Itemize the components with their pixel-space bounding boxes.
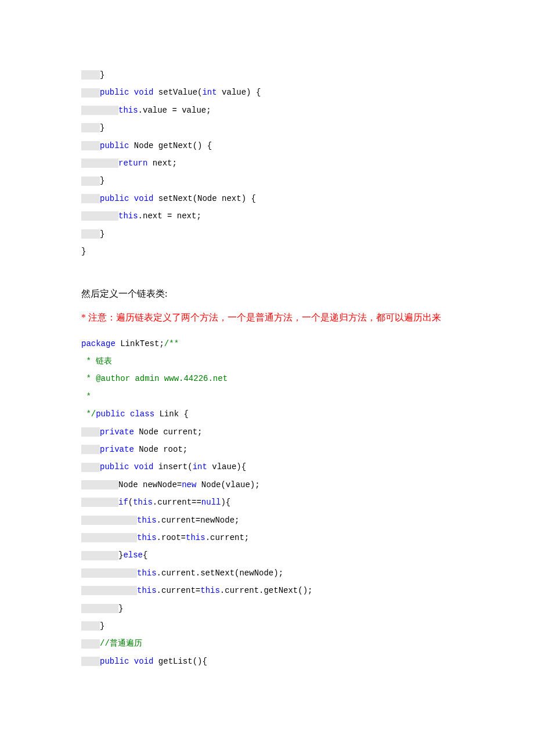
code-text: } xyxy=(100,229,104,239)
keyword: null xyxy=(201,498,221,507)
code-text: .current== xyxy=(153,498,201,507)
comment: admin www.44226.net xyxy=(130,374,228,383)
code-text: setValue( xyxy=(153,88,202,97)
code-line: private Node current; xyxy=(81,426,470,438)
code-text: Node(vlaue); xyxy=(196,480,259,489)
keyword: this xyxy=(200,586,220,595)
code-text: insert( xyxy=(153,462,192,471)
code-line: this.root=this.current; xyxy=(81,531,470,544)
code-line: Node newNode=new Node(vlaue); xyxy=(81,478,470,491)
code-line: */public class Link { xyxy=(81,408,470,420)
code-text: { xyxy=(143,550,147,560)
keyword: void xyxy=(129,194,153,203)
keyword: this xyxy=(186,533,205,542)
keyword: this xyxy=(137,568,157,578)
code-line: package LinkTest;/** xyxy=(81,337,470,350)
keyword: package xyxy=(81,339,116,348)
code-text: } xyxy=(100,176,104,185)
code-line: this.current.setNext(newNode); xyxy=(81,567,470,579)
comment: * xyxy=(81,374,96,383)
keyword: if xyxy=(118,498,128,507)
keyword: this xyxy=(133,498,153,507)
code-text: } xyxy=(81,247,86,256)
code-text: ( xyxy=(128,498,133,507)
keyword: this xyxy=(137,533,157,542)
code-text: getList(){ xyxy=(153,657,207,666)
code-text: Link { xyxy=(154,409,189,419)
author-tag: @author xyxy=(96,374,130,383)
code-line: this.next = next; xyxy=(81,210,470,222)
keyword: public xyxy=(100,462,129,471)
code-text: } xyxy=(118,604,123,613)
code-line: * 链表 xyxy=(81,355,470,368)
note-text: * 注意：遍历链表定义了两个方法，一个是普通方法，一个是递归方法，都可以遍历出来 xyxy=(81,309,470,325)
keyword: void xyxy=(129,462,153,471)
code-line: this.current=newNode; xyxy=(81,514,470,527)
code-text: Node current; xyxy=(134,427,203,437)
code-line: } xyxy=(81,602,470,615)
code-text: .root= xyxy=(157,533,186,542)
keyword: public xyxy=(100,88,129,97)
keyword: private xyxy=(100,427,134,437)
code-text: next; xyxy=(147,159,176,168)
code-line: //普通遍历 xyxy=(81,637,470,650)
code-text: .current.setNext(newNode); xyxy=(157,568,283,578)
code-text: } xyxy=(100,70,104,80)
document-page: } public void setValue(int value) { this… xyxy=(0,0,534,701)
comment: 普通遍历 xyxy=(110,639,142,648)
code-line: * xyxy=(81,390,470,403)
code-text: Node getNext() { xyxy=(129,141,212,150)
code-line: public void insert(int vlaue){ xyxy=(81,460,470,473)
code-text: LinkTest; xyxy=(116,339,164,348)
code-line: } xyxy=(81,245,470,258)
code-line: } xyxy=(81,228,470,240)
code-line: private Node root; xyxy=(81,443,470,456)
code-line: if(this.current==null){ xyxy=(81,496,470,509)
comment: * xyxy=(81,392,91,401)
code-text: } xyxy=(100,123,104,132)
keyword: public xyxy=(96,409,125,419)
keyword: int xyxy=(193,462,207,471)
code-text: .value = value; xyxy=(138,106,211,115)
keyword: public xyxy=(100,141,129,150)
code-line: this.value = value; xyxy=(81,104,470,117)
code-text: .next = next; xyxy=(138,211,201,221)
code-line: } xyxy=(81,620,470,632)
keyword: public xyxy=(100,657,129,666)
keyword: else xyxy=(123,550,143,560)
code-text: setNext(Node next) { xyxy=(153,194,255,203)
code-text: vlaue){ xyxy=(207,462,246,471)
comment: */ xyxy=(81,409,96,419)
keyword: class xyxy=(125,409,154,419)
code-text: } xyxy=(100,621,104,631)
code-line: public void setValue(int value) { xyxy=(81,86,470,99)
code-line: return next; xyxy=(81,157,470,170)
code-text: .current; xyxy=(205,533,250,542)
keyword: this xyxy=(137,516,157,525)
code-text: .current= xyxy=(157,586,201,595)
code-text: Node newNode= xyxy=(118,480,182,489)
keyword: int xyxy=(202,88,217,97)
keyword: this xyxy=(137,586,157,595)
comment: /** xyxy=(164,339,179,348)
code-text: value) { xyxy=(217,88,261,97)
keyword: private xyxy=(100,445,134,454)
keyword: this xyxy=(118,211,138,221)
comment: * xyxy=(81,357,96,366)
keyword: this xyxy=(118,106,138,115)
code-line: public void getList(){ xyxy=(81,655,470,668)
keyword: new xyxy=(182,480,196,489)
code-text: .current=newNode; xyxy=(157,516,240,525)
code-line: } xyxy=(81,69,470,81)
code-line: this.current=this.current.getNext(); xyxy=(81,584,470,597)
comment: // xyxy=(100,639,110,648)
keyword: void xyxy=(129,88,153,97)
section-heading: 然后定义一个链表类: xyxy=(81,286,470,301)
code-line: public void setNext(Node next) { xyxy=(81,192,470,205)
code-line: } xyxy=(81,174,470,187)
code-text: Node root; xyxy=(134,445,187,454)
code-line: public Node getNext() { xyxy=(81,139,470,152)
keyword: return xyxy=(118,159,147,168)
code-text: ){ xyxy=(221,498,230,507)
comment: 链表 xyxy=(96,357,112,366)
